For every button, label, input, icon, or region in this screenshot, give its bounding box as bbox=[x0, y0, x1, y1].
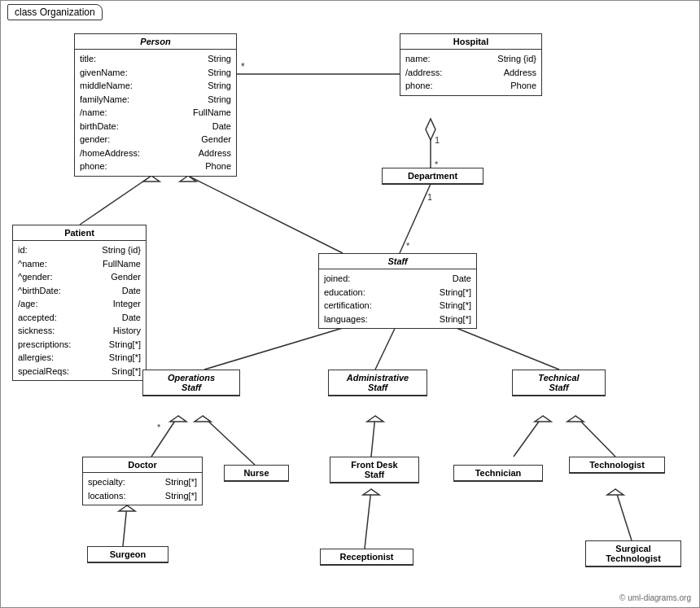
diagram-container: class Organization * * 1 * 1 * * bbox=[0, 0, 700, 608]
watermark: © uml-diagrams.org bbox=[619, 593, 691, 602]
svg-marker-30 bbox=[567, 416, 584, 422]
svg-line-31 bbox=[123, 505, 127, 546]
svg-marker-13 bbox=[180, 176, 196, 182]
technician-class: Technician bbox=[453, 465, 543, 482]
receptionist-class: Receptionist bbox=[320, 549, 413, 566]
svg-line-10 bbox=[80, 176, 151, 225]
administrative-staff-class-header: Administrative Staff bbox=[329, 370, 427, 396]
hospital-class-header: Hospital bbox=[400, 34, 541, 50]
person-class-body: title:String givenName:String middleName… bbox=[75, 50, 236, 176]
hospital-class-body: name:String {id} /address:Address phone:… bbox=[400, 50, 541, 95]
svg-marker-32 bbox=[119, 505, 135, 511]
front-desk-staff-class: Front Desk Staff bbox=[330, 457, 419, 483]
svg-text:*: * bbox=[241, 61, 245, 72]
patient-class-header: Patient bbox=[13, 225, 146, 241]
surgical-technologist-class: Surgical Technologist bbox=[585, 540, 681, 567]
hospital-class: Hospital name:String {id} /address:Addre… bbox=[400, 33, 542, 96]
operations-staff-class-header: Operations Staff bbox=[143, 370, 239, 396]
patient-class-body: id:String {id} ^name:FullName ^gender:Ge… bbox=[13, 241, 146, 380]
svg-line-21 bbox=[151, 416, 178, 457]
person-class-header: Person bbox=[75, 34, 236, 50]
administrative-staff-class: Administrative Staff bbox=[328, 370, 427, 396]
svg-marker-24 bbox=[195, 416, 211, 422]
doctor-class-body: specialty:String[*] locations:String[*] bbox=[83, 473, 202, 505]
diagram-title: class Organization bbox=[7, 4, 103, 20]
svg-line-25 bbox=[371, 416, 375, 457]
patient-class: Patient id:String {id} ^name:FullName ^g… bbox=[12, 225, 147, 381]
staff-class-header: Staff bbox=[319, 254, 476, 269]
svg-line-12 bbox=[188, 176, 343, 253]
svg-line-7 bbox=[400, 184, 431, 253]
doctor-class: Doctor specialty:String[*] locations:Str… bbox=[82, 457, 203, 505]
technologist-class: Technologist bbox=[569, 457, 665, 474]
svg-line-33 bbox=[365, 489, 371, 549]
surgeon-class: Surgeon bbox=[87, 546, 168, 563]
svg-text:*: * bbox=[157, 422, 161, 432]
svg-marker-22 bbox=[170, 416, 186, 422]
staff-class: Staff joined:Date education:String[*] ce… bbox=[318, 253, 477, 329]
svg-line-35 bbox=[615, 489, 632, 540]
svg-marker-26 bbox=[367, 416, 383, 422]
person-class: Person title:String givenName:String mid… bbox=[74, 33, 237, 177]
technical-staff-class: Technical Staff bbox=[512, 370, 606, 396]
svg-marker-11 bbox=[143, 176, 160, 182]
technologist-class-header: Technologist bbox=[570, 457, 664, 473]
receptionist-class-header: Receptionist bbox=[321, 549, 413, 565]
surgeon-class-header: Surgeon bbox=[88, 547, 168, 562]
svg-marker-28 bbox=[535, 416, 551, 422]
front-desk-staff-class-header: Front Desk Staff bbox=[330, 457, 418, 483]
svg-line-29 bbox=[575, 416, 615, 457]
technical-staff-class-header: Technical Staff bbox=[513, 370, 605, 396]
staff-class-body: joined:Date education:String[*] certific… bbox=[319, 269, 476, 328]
svg-line-23 bbox=[203, 416, 255, 465]
svg-line-27 bbox=[514, 416, 543, 457]
svg-text:*: * bbox=[406, 241, 410, 251]
svg-marker-34 bbox=[363, 489, 379, 495]
svg-text:1: 1 bbox=[427, 192, 432, 202]
svg-text:1: 1 bbox=[435, 135, 440, 145]
svg-marker-36 bbox=[607, 489, 623, 495]
doctor-class-header: Doctor bbox=[83, 457, 202, 473]
surgical-technologist-class-header: Surgical Technologist bbox=[586, 541, 680, 566]
technician-class-header: Technician bbox=[454, 466, 542, 481]
department-class: Department bbox=[382, 168, 483, 185]
nurse-class: Nurse bbox=[224, 465, 289, 482]
svg-marker-4 bbox=[426, 119, 435, 140]
department-class-header: Department bbox=[383, 168, 483, 184]
nurse-class-header: Nurse bbox=[225, 466, 288, 481]
operations-staff-class: Operations Staff bbox=[142, 370, 240, 396]
